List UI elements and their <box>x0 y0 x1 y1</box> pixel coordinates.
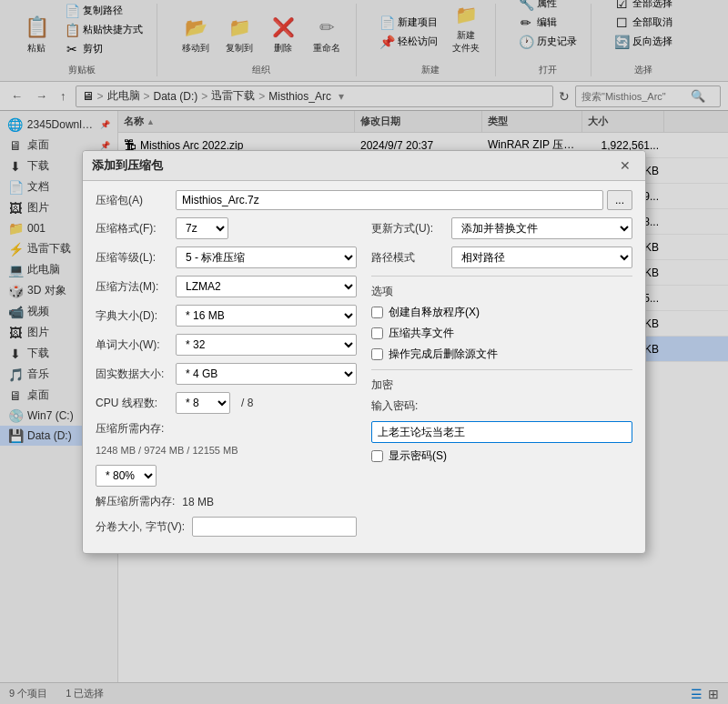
word-label: 单词大小(W): <box>96 337 168 353</box>
update-row: 更新方式(U): 添加并替换文件 <box>371 217 632 239</box>
method-row: 压缩方法(M): LZMA2 <box>96 276 357 297</box>
dialog-right-col: 更新方式(U): 添加并替换文件 路径模式 相对路径 选项 <box>371 217 632 544</box>
word-row: 单词大小(W): * 32 <box>96 334 357 356</box>
update-label: 更新方式(U): <box>371 221 444 236</box>
level-select[interactable]: 5 - 标准压缩 <box>176 246 357 268</box>
mem-detail: 1248 MB / 9724 MB / 12155 MB <box>96 445 238 456</box>
password-label: 输入密码: <box>371 398 444 414</box>
method-select[interactable]: LZMA2 <box>176 276 357 297</box>
cb-shared-files-label: 压缩共享文件 <box>389 326 454 341</box>
cb-delete-source-label: 操作完成后删除源文件 <box>389 347 498 362</box>
encrypt-section-label: 加密 <box>371 377 632 393</box>
mem-pct-select[interactable]: * 80% <box>96 465 157 487</box>
dialog-body: 压缩包(A) ... 压缩格式(F): 7zZIPTAR 压缩 <box>83 181 645 553</box>
archive-input-group: ... <box>176 190 632 210</box>
solid-row: 固实数据大小: * 4 GB <box>96 363 357 385</box>
path-mode-label: 路径模式 <box>371 250 444 266</box>
options-section-label: 选项 <box>371 284 632 299</box>
decomp-value: 18 MB <box>182 496 214 508</box>
decomp-row: 解压缩所需内存: 18 MB <box>96 494 357 509</box>
dialog-overlay: 添加到压缩包 ✕ 压缩包(A) ... 压缩格式(F): 7zZIPTAR <box>0 0 728 704</box>
word-select[interactable]: * 32 <box>176 334 357 356</box>
decomp-label: 解压缩所需内存: <box>96 494 175 509</box>
format-row: 压缩格式(F): 7zZIPTAR <box>96 217 357 239</box>
dialog-title: 添加到压缩包 <box>92 157 163 174</box>
archive-path-row: 压缩包(A) ... <box>96 190 632 210</box>
cb-delete-source[interactable] <box>371 348 383 360</box>
archive-label: 压缩包(A) <box>96 193 168 208</box>
cb-show-password[interactable] <box>371 450 383 462</box>
dialog-close-button[interactable]: ✕ <box>614 156 636 175</box>
update-select[interactable]: 添加并替换文件 <box>451 217 632 239</box>
solid-select[interactable]: * 4 GB <box>176 363 357 385</box>
cb-shared-files[interactable] <box>371 327 383 339</box>
password-row: 输入密码: <box>371 398 632 414</box>
dialog-two-col: 压缩格式(F): 7zZIPTAR 压缩等级(L): 5 - 标准压缩 压缩方法… <box>96 217 632 544</box>
dict-label: 字典大小(D): <box>96 308 168 324</box>
path-mode-select[interactable]: 相对路径 <box>451 246 632 268</box>
archive-name-input[interactable] <box>176 190 603 210</box>
solid-label: 固实数据大小: <box>96 367 168 382</box>
mem-label: 压缩所需内存: <box>96 421 168 437</box>
cb-shared-files-row: 压缩共享文件 <box>371 326 632 341</box>
cpu-row: CPU 线程数: * 8 / 8 <box>96 392 357 414</box>
add-to-archive-dialog: 添加到压缩包 ✕ 压缩包(A) ... 压缩格式(F): 7zZIPTAR <box>82 150 646 554</box>
level-row: 压缩等级(L): 5 - 标准压缩 <box>96 246 357 268</box>
dialog-left-col: 压缩格式(F): 7zZIPTAR 压缩等级(L): 5 - 标准压缩 压缩方法… <box>96 217 357 544</box>
archive-browse-button[interactable]: ... <box>607 190 632 210</box>
path-mode-row: 路径模式 相对路径 <box>371 246 632 268</box>
vol-input[interactable] <box>192 517 357 537</box>
password-input[interactable] <box>371 421 632 443</box>
cb-self-extract-row: 创建自释放程序(X) <box>371 305 632 320</box>
dict-row: 字典大小(D): * 16 MB <box>96 305 357 327</box>
format-select[interactable]: 7zZIPTAR <box>176 217 228 239</box>
format-label: 压缩格式(F): <box>96 221 168 236</box>
cb-self-extract-label: 创建自释放程序(X) <box>389 305 480 320</box>
dict-select[interactable]: * 16 MB <box>176 305 357 327</box>
vol-label: 分卷大小, 字节(V): <box>96 519 185 535</box>
level-label: 压缩等级(L): <box>96 250 168 266</box>
vol-row: 分卷大小, 字节(V): <box>96 517 357 537</box>
cb-delete-source-row: 操作完成后删除源文件 <box>371 347 632 362</box>
cb-self-extract[interactable] <box>371 307 383 318</box>
cb-show-pwd-label: 显示密码(S) <box>389 448 447 464</box>
method-label: 压缩方法(M): <box>96 279 168 295</box>
dialog-titlebar: 添加到压缩包 ✕ <box>83 151 645 181</box>
cb-show-pwd-row: 显示密码(S) <box>371 448 632 464</box>
cpu-label: CPU 线程数: <box>96 396 168 411</box>
mem-row: 压缩所需内存: 1248 MB / 9724 MB / 12155 MB * 8… <box>96 421 357 487</box>
cpu-total: / 8 <box>241 397 253 409</box>
cpu-select[interactable]: * 8 <box>176 392 230 414</box>
